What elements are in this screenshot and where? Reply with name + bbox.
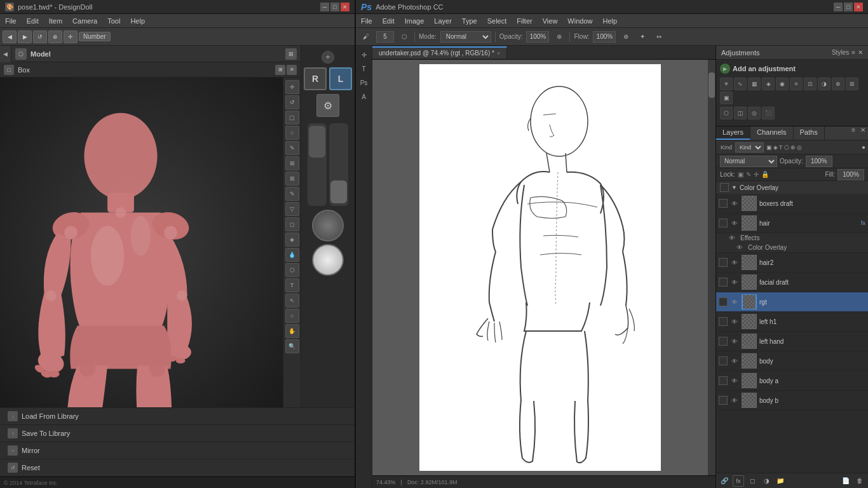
dd-zoom-tool[interactable]: 🔍 — [285, 339, 299, 353]
ps-doc-tab[interactable]: undertaker.psd @ 74.4% (rgt , RGB/16) * … — [372, 46, 507, 58]
ps-canvas[interactable] — [372, 60, 708, 475]
ps-scrollbar-v[interactable] — [708, 60, 715, 475]
dd-panel-collapse-btn[interactable]: ◀ — [0, 46, 11, 62]
dd-eraser-tool[interactable]: ◻ — [285, 217, 299, 231]
dd-stamp-tool[interactable]: ▽ — [285, 202, 299, 216]
ps-flow-input[interactable] — [593, 31, 616, 43]
ps-adj-channel-mixer[interactable]: ⊞ — [846, 78, 858, 90]
ps-adjustments-header[interactable]: Adjustments Styles ≡ ✕ — [716, 46, 868, 60]
ps-layer-checkbox-body[interactable] — [719, 356, 728, 365]
table-row[interactable]: 👁 left h1 — [716, 312, 868, 332]
ps-adj-invert[interactable]: ⬛ — [762, 107, 775, 119]
ps-adj-brightness[interactable]: ☀ — [720, 78, 733, 90]
dd-menu-camera[interactable]: Camera — [67, 14, 102, 27]
ps-adj-curves[interactable]: ∿ — [734, 78, 747, 90]
dd-box-close[interactable]: ✕ — [287, 65, 297, 75]
table-row[interactable]: 👁 facial draft — [716, 273, 868, 292]
ps-lock-draw-icon[interactable]: ✎ — [746, 171, 751, 178]
dd-grid-tool[interactable]: ⊞ — [285, 172, 299, 186]
ps-layers-tab[interactable]: Layers — [716, 126, 750, 140]
ps-menu-image[interactable]: Image — [400, 14, 430, 27]
ps-channels-tab[interactable]: Channels — [750, 126, 793, 140]
ps-layer-checkbox-boxers[interactable] — [719, 199, 728, 208]
ps-panel-close[interactable]: ✕ — [858, 49, 863, 56]
ps-layer-filter-shape[interactable]: ⬡ — [784, 144, 789, 151]
dd-l-mode-btn[interactable]: L — [329, 67, 352, 90]
ps-text-tool[interactable]: A — [358, 90, 370, 103]
dd-nav-left-btn[interactable]: ◀ — [3, 30, 17, 43]
ps-brush-preset-icon[interactable]: ⬡ — [398, 30, 410, 43]
ps-menu-filter[interactable]: Filter — [512, 14, 537, 27]
dd-box-expand[interactable]: ⊞ — [275, 65, 285, 75]
ps-group-layers-btn[interactable]: 📁 — [775, 475, 786, 487]
ps-opacity-toggle-icon[interactable]: ⊕ — [553, 30, 566, 43]
ps-color-overlay-checkbox[interactable] — [720, 183, 729, 192]
ps-effects-eye[interactable]: 👁 — [729, 234, 738, 241]
dd-move-btn[interactable]: ✛ — [64, 30, 78, 43]
ps-color-overlay-header[interactable]: ▼ Color Overlay — [716, 181, 868, 194]
dd-eyedrop-tool[interactable]: 💧 — [285, 248, 299, 262]
dd-slider-1[interactable] — [308, 123, 327, 206]
ps-delete-layer-btn[interactable]: 🗑 — [854, 475, 865, 487]
ps-layer-eye-rgt[interactable]: 👁 — [730, 297, 739, 306]
dd-ellipse-tool[interactable]: ○ — [285, 126, 299, 140]
dd-slider-2-thumb[interactable] — [330, 180, 347, 203]
ps-lock-pixel-icon[interactable]: ▣ — [738, 171, 743, 178]
ps-layer-checkbox-bodya[interactable] — [719, 376, 728, 385]
dd-menu-item[interactable]: Item — [44, 14, 67, 27]
ps-menu-view[interactable]: View — [538, 14, 563, 27]
ps-flow-toggle-icon[interactable]: ⊕ — [620, 30, 632, 43]
ps-layer-checkbox-bodyb[interactable] — [719, 396, 728, 405]
ps-scrollbar-thumb[interactable] — [709, 72, 715, 98]
dd-3d-canvas[interactable] — [0, 78, 283, 407]
ps-lock-move-icon[interactable]: ✛ — [754, 171, 759, 178]
ps-layer-filter-adj[interactable]: ◈ — [773, 144, 778, 151]
ps-layer-filter-toggle[interactable]: ● — [862, 144, 865, 151]
ps-adj-vibrance[interactable]: ◉ — [776, 78, 789, 90]
dd-transform-tool[interactable]: ⊞ — [285, 156, 299, 170]
ps-brush-size-input[interactable] — [376, 31, 394, 43]
ps-adj-color-balance[interactable]: ⚖ — [804, 78, 817, 90]
dd-move-tool[interactable]: ✛ — [285, 80, 299, 94]
ps-adjustment-layer-btn[interactable]: ◑ — [761, 475, 772, 487]
dd-menu-file[interactable]: File — [0, 14, 22, 27]
dd-menu-edit[interactable]: Edit — [22, 14, 44, 27]
ps-menu-layer[interactable]: Layer — [429, 14, 457, 27]
ps-opacity-input[interactable] — [526, 31, 549, 43]
dd-text-tool[interactable]: T — [285, 278, 299, 292]
dd-minimize-btn[interactable]: ─ — [320, 3, 329, 11]
ps-layer-opacity-input[interactable] — [806, 156, 832, 167]
ps-adj-levels[interactable]: ▦ — [748, 78, 761, 90]
ps-close-btn[interactable]: ✕ — [854, 3, 863, 11]
ps-ps-tool[interactable]: Ps — [358, 76, 370, 89]
ps-fill-input[interactable] — [837, 169, 864, 180]
ps-menu-type[interactable]: Type — [457, 14, 482, 27]
dd-gear-btn[interactable]: ⚙ — [316, 94, 339, 117]
ps-adj-hsl[interactable]: ≡ — [790, 78, 803, 90]
ps-layers-list[interactable]: ▼ Color Overlay 👁 boxers draft — [716, 181, 868, 473]
ps-link-layers-btn[interactable]: 🔗 — [719, 475, 730, 487]
table-row[interactable]: 👁 rgt — [716, 292, 868, 312]
ps-minimize-btn[interactable]: ─ — [834, 3, 843, 11]
ps-layer-eye-bodya[interactable]: 👁 — [730, 376, 739, 385]
ps-menu-window[interactable]: Window — [562, 14, 597, 27]
dd-arrow-tool[interactable]: ↖ — [285, 294, 299, 308]
dd-slider-2[interactable] — [329, 123, 348, 206]
ps-brush-icon[interactable]: 🖌 — [360, 30, 372, 43]
ps-layer-filter-smart[interactable]: ⊕ — [790, 144, 796, 151]
dd-slider-1-thumb[interactable] — [309, 126, 325, 158]
dd-nav-right-btn[interactable]: ▶ — [18, 30, 32, 43]
ps-layer-eye-bodyb[interactable]: 👁 — [730, 396, 739, 405]
ps-adj-gradient-map[interactable]: ▣ — [720, 92, 733, 104]
table-row[interactable]: 👁 body a — [716, 371, 868, 391]
dd-menu-help[interactable]: Help — [125, 14, 150, 27]
dd-load-btn[interactable]: ↓ Load From Library — [0, 408, 355, 425]
ps-layer-checkbox-hair2[interactable] — [719, 258, 728, 267]
ps-layer-eye-body[interactable]: 👁 — [730, 356, 739, 365]
table-row[interactable]: 👁 hair2 — [716, 253, 868, 273]
ps-layer-filter-pixel[interactable]: ▣ — [766, 144, 772, 151]
ps-menu-file[interactable]: File — [356, 14, 377, 27]
ps-new-layer-btn[interactable]: 📄 — [840, 475, 851, 487]
ps-tab-close-btn[interactable]: × — [497, 50, 500, 57]
dd-circle-btn-1[interactable] — [312, 210, 344, 241]
